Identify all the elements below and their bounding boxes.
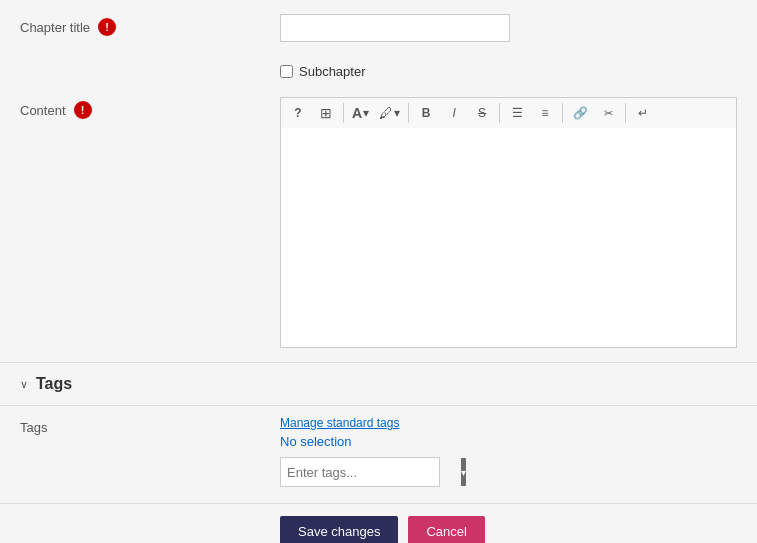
ordered-list-btn[interactable]: ≡: [532, 101, 558, 125]
tags-chevron: ∨: [20, 378, 28, 391]
tags-field: Manage standard tags No selection ▾: [280, 416, 737, 487]
content-label-text: Content: [20, 103, 66, 118]
form-footer: Save changes Cancel: [0, 504, 757, 543]
tags-input-wrapper: ▾: [280, 457, 440, 487]
chapter-title-label-text: Chapter title: [20, 20, 90, 35]
tags-section-title: Tags: [36, 375, 72, 393]
ordered-list-icon: ≡: [542, 106, 549, 120]
indent-btn[interactable]: ↵: [630, 101, 656, 125]
content-required-icon: !: [74, 101, 92, 119]
content-label: Content !: [20, 97, 280, 119]
bold-icon: B: [422, 106, 431, 120]
no-selection-text: No selection: [280, 434, 737, 449]
toolbar-sep-1: [343, 103, 344, 123]
toolbar-sep-2: [408, 103, 409, 123]
link-btn[interactable]: 🔗: [567, 101, 593, 125]
tags-dropdown-btn[interactable]: ▾: [461, 458, 466, 486]
form-container: Chapter title ! Subchapter Content ! ? ⊞: [0, 0, 757, 543]
chapter-title-input[interactable]: [280, 14, 510, 42]
strikethrough-icon: S: [478, 106, 486, 120]
manage-tags-link[interactable]: Manage standard tags: [280, 416, 737, 430]
tags-dropdown-arrow: ▾: [461, 467, 466, 478]
chapter-title-field: [280, 14, 737, 42]
toolbar-sep-3: [499, 103, 500, 123]
tags-row: Tags Manage standard tags No selection ▾: [20, 416, 737, 487]
unlink-btn[interactable]: ✂: [595, 101, 621, 125]
italic-icon: I: [452, 106, 455, 120]
grid-toolbar-btn[interactable]: ⊞: [313, 101, 339, 125]
font-size-icon: A: [352, 105, 362, 121]
font-size-btn[interactable]: A ▾: [348, 101, 373, 125]
font-color-btn[interactable]: 🖊 ▾: [375, 101, 404, 125]
tags-input[interactable]: [281, 458, 461, 486]
indent-icon: ↵: [638, 106, 648, 120]
subchapter-label: Subchapter: [299, 64, 366, 79]
font-color-arrow: ▾: [394, 106, 400, 120]
tags-label: Tags: [20, 416, 280, 435]
toolbar-sep-5: [625, 103, 626, 123]
toolbar-sep-4: [562, 103, 563, 123]
chapter-title-label: Chapter title !: [20, 14, 280, 36]
unlink-icon: ✂: [604, 107, 613, 120]
help-icon: ?: [294, 106, 301, 120]
editor-toolbar: ? ⊞ A ▾ 🖊 ▾ B I: [280, 97, 737, 128]
content-row: Content ! ? ⊞ A ▾ 🖊 ▾: [0, 87, 757, 362]
chapter-title-row: Chapter title !: [0, 0, 757, 56]
content-editor-wrapper: ? ⊞ A ▾ 🖊 ▾ B I: [280, 97, 737, 348]
help-toolbar-btn[interactable]: ?: [285, 101, 311, 125]
unordered-list-icon: ☰: [512, 106, 523, 120]
tags-content: Tags Manage standard tags No selection ▾: [0, 406, 757, 504]
tags-section-header[interactable]: ∨ Tags: [0, 362, 757, 406]
content-editor[interactable]: [280, 128, 737, 348]
bold-btn[interactable]: B: [413, 101, 439, 125]
unordered-list-btn[interactable]: ☰: [504, 101, 530, 125]
italic-btn[interactable]: I: [441, 101, 467, 125]
subchapter-checkbox[interactable]: [280, 65, 293, 78]
font-color-icon: 🖊: [379, 105, 393, 121]
font-size-arrow: ▾: [363, 106, 369, 120]
save-changes-button[interactable]: Save changes: [280, 516, 398, 543]
cancel-button[interactable]: Cancel: [408, 516, 484, 543]
subchapter-row: Subchapter: [0, 56, 757, 87]
required-icon: !: [98, 18, 116, 36]
grid-icon: ⊞: [320, 105, 332, 121]
strikethrough-btn[interactable]: S: [469, 101, 495, 125]
link-icon: 🔗: [573, 106, 588, 120]
